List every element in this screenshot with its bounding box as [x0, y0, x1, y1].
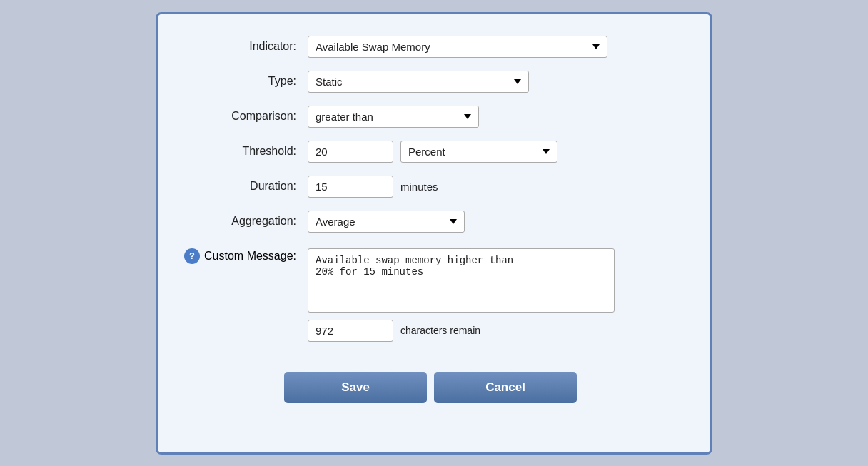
- threshold-input[interactable]: 20: [308, 141, 393, 163]
- custom-message-label-container: ? Custom Message:: [179, 248, 308, 264]
- custom-message-label: Custom Message:: [204, 250, 296, 263]
- custom-message-row: ? Custom Message: Available swap memory …: [179, 248, 682, 342]
- aggregation-label: Aggregation:: [179, 215, 308, 228]
- comparison-label: Comparison:: [179, 110, 308, 123]
- threshold-unit-select[interactable]: Percent Absolute MB GB: [400, 141, 557, 163]
- threshold-inputs: 20 Percent Absolute MB GB: [308, 141, 557, 163]
- form-content: Indicator: Available Swap Memory CPU Usa…: [179, 36, 682, 403]
- threshold-row: Threshold: 20 Percent Absolute MB GB: [179, 141, 682, 163]
- chars-remain-label: characters remain: [400, 325, 480, 336]
- save-button[interactable]: Save: [284, 372, 427, 403]
- indicator-select[interactable]: Available Swap Memory CPU Usage Memory U…: [308, 36, 607, 58]
- threshold-label: Threshold:: [179, 145, 308, 158]
- duration-input[interactable]: 15: [308, 176, 393, 198]
- chars-remain-input[interactable]: 972: [308, 320, 393, 342]
- minutes-label: minutes: [400, 181, 438, 193]
- duration-label: Duration:: [179, 180, 308, 193]
- type-row: Type: Static Dynamic Baseline: [179, 71, 682, 93]
- indicator-label: Indicator:: [179, 40, 308, 53]
- type-select[interactable]: Static Dynamic Baseline: [308, 71, 529, 93]
- type-label: Type:: [179, 75, 308, 88]
- comparison-row: Comparison: greater than less than equal…: [179, 106, 682, 128]
- button-row: Save Cancel: [179, 372, 682, 403]
- custom-message-area: Available swap memory higher than 20% fo…: [308, 248, 615, 342]
- help-icon[interactable]: ?: [184, 248, 200, 264]
- duration-row: Duration: 15 minutes: [179, 176, 682, 198]
- aggregation-select[interactable]: Average Sum Min Max Count: [308, 211, 465, 233]
- cancel-button[interactable]: Cancel: [434, 372, 577, 403]
- alert-condition-dialog: Indicator: Available Swap Memory CPU Usa…: [156, 12, 712, 455]
- custom-message-textarea[interactable]: Available swap memory higher than 20% fo…: [308, 248, 615, 313]
- comparison-select[interactable]: greater than less than equal to not equa…: [308, 106, 479, 128]
- chars-remain-row: 972 characters remain: [308, 320, 615, 342]
- indicator-row: Indicator: Available Swap Memory CPU Usa…: [179, 36, 682, 58]
- aggregation-row: Aggregation: Average Sum Min Max Count: [179, 211, 682, 233]
- duration-inputs: 15 minutes: [308, 176, 438, 198]
